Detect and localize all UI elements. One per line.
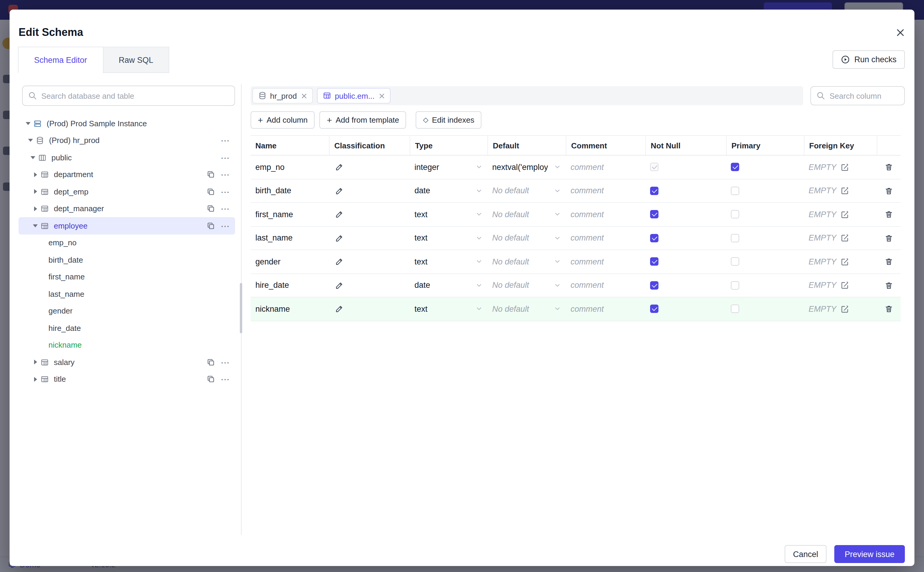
comment-input[interactable]: comment (571, 305, 604, 314)
caret-down-icon[interactable] (24, 122, 32, 125)
caret-right-icon[interactable] (31, 360, 39, 365)
caret-right-icon[interactable] (31, 190, 39, 194)
add-column-button[interactable]: +Add column (251, 111, 315, 129)
primary-checkbox[interactable] (731, 210, 739, 219)
type-select[interactable]: date (410, 179, 487, 202)
not-null-checkbox[interactable] (650, 234, 659, 242)
comment-input[interactable]: comment (571, 187, 604, 195)
tree-column-birth-date[interactable]: birth_date (19, 251, 235, 268)
foreign-key-cell[interactable]: EMPTY (804, 297, 877, 320)
name-cell[interactable]: emp_no (251, 155, 329, 179)
delete-row-button[interactable] (883, 256, 895, 267)
scrollbar-thumb[interactable] (240, 283, 242, 333)
more-menu-icon[interactable]: ⋯ (221, 358, 230, 367)
type-select[interactable]: text (410, 227, 487, 250)
type-select[interactable]: integer (410, 155, 487, 179)
preview-issue-button[interactable]: Preview issue (834, 545, 905, 563)
tab-chip-hr-prod[interactable]: hr_prod (253, 88, 313, 104)
tree-item-employee[interactable]: employee⋯ (19, 217, 235, 234)
tree-item-prod-prod-sample-instance[interactable]: (Prod) Prod Sample Instance (19, 115, 235, 132)
name-cell[interactable]: last_name (251, 227, 329, 250)
name-cell[interactable]: birth_date (251, 179, 329, 202)
tree-item-prod-hr-prod[interactable]: (Prod) hr_prod⋯ (19, 132, 235, 149)
default-select[interactable]: No default (487, 297, 566, 320)
caret-right-icon[interactable] (31, 172, 39, 177)
comment-input[interactable]: comment (571, 281, 604, 290)
delete-row-button[interactable] (883, 185, 895, 196)
copy-icon[interactable] (206, 221, 215, 230)
edit-classification-button[interactable] (334, 280, 345, 291)
caret-right-icon[interactable] (31, 207, 39, 211)
primary-checkbox[interactable] (731, 281, 739, 289)
close-button[interactable] (893, 25, 907, 39)
edit-classification-button[interactable] (334, 185, 345, 196)
more-menu-icon[interactable]: ⋯ (221, 187, 230, 196)
more-menu-icon[interactable]: ⋯ (221, 136, 230, 145)
tree-item-dept-emp[interactable]: dept_emp⋯ (19, 183, 235, 200)
copy-icon[interactable] (206, 358, 215, 367)
default-select[interactable]: nextval('employ (487, 155, 566, 179)
default-select[interactable]: No default (487, 250, 566, 273)
not-null-checkbox[interactable] (650, 210, 659, 219)
cancel-button[interactable]: Cancel (784, 545, 826, 563)
tree-column-gender[interactable]: gender (19, 302, 235, 320)
foreign-key-cell[interactable]: EMPTY (804, 155, 877, 179)
default-select[interactable]: No default (487, 179, 566, 202)
tree-column-nickname[interactable]: nickname (19, 337, 235, 354)
tree-item-salary[interactable]: salary⋯ (19, 354, 235, 371)
foreign-key-cell[interactable]: EMPTY (804, 179, 877, 202)
tree-item-dept-manager[interactable]: dept_manager⋯ (19, 200, 235, 217)
tab-schema-editor[interactable]: Schema Editor (18, 47, 103, 73)
delete-row-button[interactable] (883, 209, 895, 220)
not-null-checkbox[interactable] (650, 187, 659, 195)
name-cell[interactable]: first_name (251, 203, 329, 226)
type-select[interactable]: text (410, 203, 487, 226)
tree-item-title[interactable]: title⋯ (19, 371, 235, 388)
foreign-key-cell[interactable]: EMPTY (804, 250, 877, 273)
default-select[interactable]: No default (487, 274, 566, 297)
name-cell[interactable]: nickname (251, 297, 329, 320)
delete-row-button[interactable] (883, 280, 895, 291)
not-null-checkbox[interactable] (650, 305, 659, 313)
name-cell[interactable]: hire_date (251, 274, 329, 297)
default-select[interactable]: No default (487, 203, 566, 226)
type-select[interactable]: text (410, 297, 487, 320)
more-menu-icon[interactable]: ⋯ (221, 375, 230, 384)
not-null-checkbox[interactable] (650, 281, 659, 289)
add-from-template-button[interactable]: +Add from template (320, 111, 406, 129)
caret-down-icon[interactable] (31, 224, 39, 227)
tree-item-public[interactable]: public⋯ (19, 149, 235, 166)
comment-input[interactable]: comment (571, 210, 604, 219)
not-null-checkbox[interactable] (650, 258, 659, 266)
caret-right-icon[interactable] (31, 377, 39, 382)
primary-checkbox[interactable] (731, 305, 739, 313)
delete-row-button[interactable] (883, 232, 895, 244)
copy-icon[interactable] (206, 187, 215, 196)
name-cell[interactable]: gender (251, 250, 329, 273)
copy-icon[interactable] (206, 204, 215, 213)
edit-classification-button[interactable] (334, 303, 345, 314)
database-search-input[interactable] (22, 85, 235, 106)
primary-checkbox[interactable] (731, 234, 739, 242)
default-select[interactable]: No default (487, 227, 566, 250)
caret-down-icon[interactable] (29, 156, 37, 159)
edit-classification-button[interactable] (334, 256, 345, 267)
primary-checkbox[interactable] (731, 187, 739, 195)
edit-classification-button[interactable] (334, 232, 345, 244)
comment-input[interactable]: comment (571, 163, 604, 172)
more-menu-icon[interactable]: ⋯ (221, 153, 230, 162)
comment-input[interactable]: comment (571, 234, 604, 242)
close-icon[interactable] (302, 93, 307, 98)
not-null-checkbox[interactable] (650, 163, 659, 171)
edit-indexes-button[interactable]: ◇Edit indexes (416, 111, 481, 129)
tree-column-emp-no[interactable]: emp_no (19, 234, 235, 251)
foreign-key-cell[interactable]: EMPTY (804, 227, 877, 250)
delete-row-button[interactable] (883, 303, 895, 314)
more-menu-icon[interactable]: ⋯ (221, 170, 230, 179)
type-select[interactable]: text (410, 250, 487, 273)
foreign-key-cell[interactable]: EMPTY (804, 203, 877, 226)
tree-column-last-name[interactable]: last_name (19, 285, 235, 302)
primary-checkbox[interactable] (731, 258, 739, 266)
tree-column-hire-date[interactable]: hire_date (19, 320, 235, 337)
copy-icon[interactable] (206, 170, 215, 179)
